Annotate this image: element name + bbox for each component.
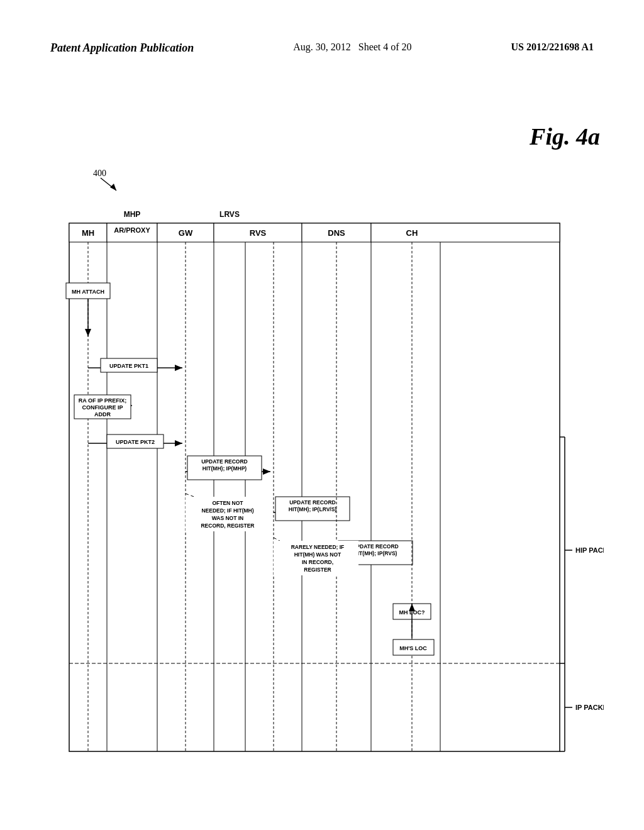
svg-text:UPDATE PKT2: UPDATE PKT2 xyxy=(116,439,155,445)
svg-text:UPDATE RECORD: UPDATE RECORD xyxy=(201,458,248,465)
svg-text:HIT(MH); IP(LRV/S): HIT(MH); IP(LRV/S) xyxy=(289,506,337,512)
svg-text:CONFIGURE IP: CONFIGURE IP xyxy=(82,404,123,411)
header: Patent Application Publication Aug. 30, … xyxy=(0,42,644,55)
patent-number: US 2012/221698 A1 xyxy=(511,42,594,53)
svg-text:GW: GW xyxy=(179,228,193,238)
svg-text:LRVS: LRVS xyxy=(219,210,240,219)
svg-text:HIT(MH); IP(RVS): HIT(MH); IP(RVS) xyxy=(354,550,397,556)
diagram-svg: MH MHP AR/PROXY GW LRVS RVS DNS CH MH AT… xyxy=(38,185,604,783)
svg-text:RVS: RVS xyxy=(250,228,267,238)
svg-text:MH'S LOC: MH'S LOC xyxy=(399,645,427,651)
svg-marker-28 xyxy=(85,329,91,336)
svg-text:MH ATTACH: MH ATTACH xyxy=(72,289,104,295)
svg-text:RARELY NEEDED; IF: RARELY NEEDED; IF xyxy=(291,544,345,550)
svg-text:OFTEN NOT: OFTEN NOT xyxy=(212,500,243,506)
figure-label: Fig. 4a xyxy=(530,123,600,150)
svg-marker-40 xyxy=(175,440,182,446)
svg-text:REGISTER: REGISTER xyxy=(304,567,331,573)
header-center: Aug. 30, 2012 Sheet 4 of 20 xyxy=(293,42,411,53)
date-sheet: Aug. 30, 2012 Sheet 4 of 20 xyxy=(293,42,411,53)
svg-text:UPDATE RECORD: UPDATE RECORD xyxy=(289,499,336,506)
svg-text:AR/PROXY: AR/PROXY xyxy=(114,226,150,234)
svg-text:ADDR: ADDR xyxy=(94,411,111,418)
svg-text:IN RECORD,: IN RECORD, xyxy=(302,559,333,565)
svg-text:DNS: DNS xyxy=(328,228,345,238)
svg-text:HIT(MH); IP(MHP): HIT(MH); IP(MHP) xyxy=(203,465,247,472)
svg-text:UPDATE RECORD: UPDATE RECORD xyxy=(352,543,399,550)
svg-text:NEEDED; IF HIT(MH): NEEDED; IF HIT(MH) xyxy=(201,507,253,514)
svg-text:RA OF IP PREFIX;: RA OF IP PREFIX; xyxy=(79,397,127,404)
svg-text:HIT(MH) WAS NOT: HIT(MH) WAS NOT xyxy=(294,551,341,558)
svg-text:IP PACKETS: IP PACKETS xyxy=(575,704,604,711)
svg-text:UPDATE PKT1: UPDATE PKT1 xyxy=(109,363,148,369)
svg-rect-2 xyxy=(69,223,560,751)
svg-rect-22 xyxy=(371,223,560,242)
svg-text:CH: CH xyxy=(406,228,418,238)
svg-marker-45 xyxy=(263,468,270,475)
svg-text:MH: MH xyxy=(82,228,94,238)
publication-title: Patent Application Publication xyxy=(50,42,194,55)
svg-marker-30 xyxy=(175,365,182,371)
svg-text:HIP PACKETS: HIP PACKETS xyxy=(575,546,604,554)
svg-text:MHP: MHP xyxy=(124,210,141,219)
svg-text:RECORD, REGISTER: RECORD, REGISTER xyxy=(201,523,254,529)
svg-text:WAS NOT IN: WAS NOT IN xyxy=(212,515,244,521)
page: Patent Application Publication Aug. 30, … xyxy=(0,0,644,830)
